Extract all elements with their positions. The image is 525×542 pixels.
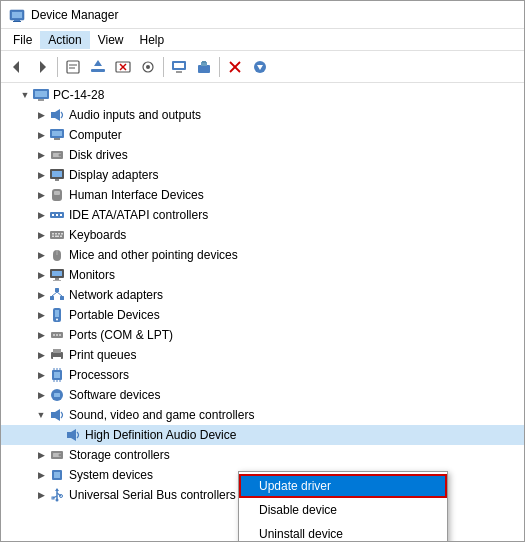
- network-expand[interactable]: ▶: [33, 287, 49, 303]
- tree-item-ide[interactable]: ▶ IDE ATA/ATAPI controllers: [1, 205, 524, 225]
- audio-expand[interactable]: ▶: [33, 107, 49, 123]
- keyboard-icon: [49, 227, 65, 243]
- scan-button[interactable]: [136, 55, 160, 79]
- tree-item-monitors[interactable]: ▶ Monitors: [1, 265, 524, 285]
- back-button[interactable]: [5, 55, 29, 79]
- update-driver-button[interactable]: [86, 55, 110, 79]
- add-legacy-button[interactable]: [192, 55, 216, 79]
- mice-label: Mice and other pointing devices: [69, 248, 238, 262]
- context-menu-disable-device[interactable]: Disable device: [239, 498, 447, 522]
- tree-root[interactable]: ▼ PC-14-28: [1, 85, 524, 105]
- svg-rect-87: [67, 432, 71, 438]
- menu-file[interactable]: File: [5, 31, 40, 49]
- properties-button[interactable]: [61, 55, 85, 79]
- sound-expand[interactable]: ▼: [33, 407, 49, 423]
- tree-item-hda[interactable]: ▶ High Definition Audio Device: [1, 425, 524, 445]
- svg-rect-3: [13, 21, 21, 22]
- svg-rect-84: [54, 393, 60, 397]
- svg-point-36: [59, 154, 62, 157]
- system-expand[interactable]: ▶: [33, 467, 49, 483]
- menu-action[interactable]: Action: [40, 31, 89, 49]
- svg-rect-57: [52, 271, 62, 276]
- tree-item-storage[interactable]: ▶ Storage controllers: [1, 445, 524, 465]
- keyboards-label: Keyboards: [69, 228, 126, 242]
- svg-rect-39: [55, 179, 59, 181]
- computer-icon: [33, 87, 49, 103]
- svg-rect-45: [60, 214, 62, 216]
- disable-device-label: Disable device: [259, 503, 337, 517]
- software-expand[interactable]: ▶: [33, 387, 49, 403]
- sound-label: Sound, video and game controllers: [69, 408, 254, 422]
- computer-icon-btn[interactable]: [167, 55, 191, 79]
- tree-item-display[interactable]: ▶ Display adapters: [1, 165, 524, 185]
- tree-item-mice[interactable]: ▶ Mice and other pointing devices: [1, 245, 524, 265]
- svg-rect-6: [67, 61, 79, 73]
- keyboards-expand[interactable]: ▶: [33, 227, 49, 243]
- monitors-expand[interactable]: ▶: [33, 267, 49, 283]
- context-menu-uninstall-device[interactable]: Uninstall device: [239, 522, 447, 541]
- tree-item-portable[interactable]: ▶ Portable Devices: [1, 305, 524, 325]
- svg-marker-10: [94, 60, 102, 66]
- svg-rect-44: [56, 214, 58, 216]
- tree-item-computer[interactable]: ▶ Computer: [1, 125, 524, 145]
- svg-rect-73: [53, 349, 61, 353]
- computer-expand[interactable]: ▶: [33, 127, 49, 143]
- ide-expand[interactable]: ▶: [33, 207, 49, 223]
- display-label: Display adapters: [69, 168, 158, 182]
- computer-device-icon: [49, 127, 65, 143]
- software-label: Software devices: [69, 388, 160, 402]
- svg-marker-86: [55, 409, 60, 421]
- processors-expand[interactable]: ▶: [33, 367, 49, 383]
- tree-item-keyboards[interactable]: ▶ Keyboards: [1, 225, 524, 245]
- svg-rect-61: [50, 296, 54, 300]
- storage-label: Storage controllers: [69, 448, 170, 462]
- hid-expand[interactable]: ▶: [33, 187, 49, 203]
- svg-rect-19: [198, 65, 210, 73]
- uninstall-button[interactable]: [111, 55, 135, 79]
- down-button[interactable]: [248, 55, 272, 79]
- tree-item-print[interactable]: ▶ Print queues: [1, 345, 524, 365]
- mice-expand[interactable]: ▶: [33, 247, 49, 263]
- menu-view[interactable]: View: [90, 31, 132, 49]
- svg-point-15: [146, 65, 150, 69]
- svg-rect-50: [61, 233, 63, 235]
- context-menu-update-driver[interactable]: Update driver: [239, 474, 447, 498]
- storage-icon: [49, 447, 65, 463]
- remove-button[interactable]: [223, 55, 247, 79]
- forward-button[interactable]: [30, 55, 54, 79]
- ports-expand[interactable]: ▶: [33, 327, 49, 343]
- tree-item-processors[interactable]: ▶ Processors: [1, 365, 524, 385]
- system-label: System devices: [69, 468, 153, 482]
- app-icon: [9, 7, 25, 23]
- menu-help[interactable]: Help: [132, 31, 173, 49]
- tree-item-software[interactable]: ▶ Software devices: [1, 385, 524, 405]
- disk-label: Disk drives: [69, 148, 128, 162]
- storage-expand[interactable]: ▶: [33, 447, 49, 463]
- svg-rect-85: [51, 412, 55, 418]
- svg-rect-66: [55, 310, 59, 317]
- display-expand[interactable]: ▶: [33, 167, 49, 183]
- portable-expand[interactable]: ▶: [33, 307, 49, 323]
- svg-point-100: [56, 499, 59, 502]
- print-expand[interactable]: ▶: [33, 347, 49, 363]
- tree-item-network[interactable]: ▶ Network adapters: [1, 285, 524, 305]
- svg-rect-28: [38, 99, 44, 101]
- software-icon: [49, 387, 65, 403]
- ports-icon: [49, 327, 65, 343]
- network-icon: [49, 287, 65, 303]
- svg-rect-27: [35, 91, 47, 97]
- svg-rect-53: [60, 236, 62, 238]
- tree-item-sound[interactable]: ▼ Sound, video and game controllers: [1, 405, 524, 425]
- tree-item-ports[interactable]: ▶ Ports (COM & LPT): [1, 325, 524, 345]
- svg-rect-49: [58, 233, 60, 235]
- root-expand[interactable]: ▼: [17, 87, 33, 103]
- usb-expand[interactable]: ▶: [33, 487, 49, 503]
- content-area: ▼ PC-14-28 ▶: [1, 83, 524, 541]
- tree-item-disk[interactable]: ▶ Disk drives: [1, 145, 524, 165]
- hid-label: Human Interface Devices: [69, 188, 204, 202]
- uninstall-device-label: Uninstall device: [259, 527, 343, 541]
- tree-item-hid[interactable]: ▶ Human Interface Devices: [1, 185, 524, 205]
- disk-expand[interactable]: ▶: [33, 147, 49, 163]
- tree-item-audio[interactable]: ▶ Audio inputs and outputs: [1, 105, 524, 125]
- svg-rect-93: [54, 472, 60, 478]
